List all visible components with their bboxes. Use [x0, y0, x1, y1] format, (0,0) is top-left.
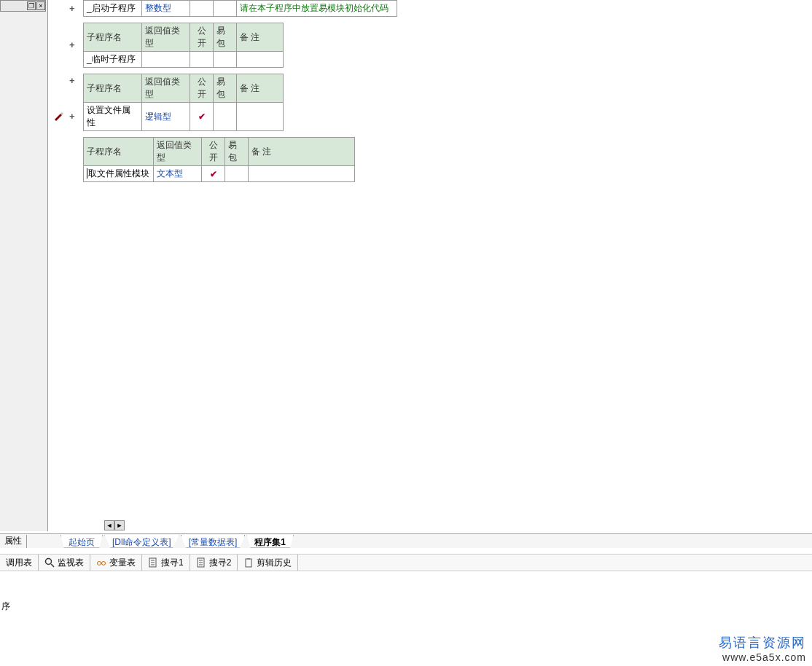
header-public: 公开: [190, 74, 214, 103]
expand-icon[interactable]: +: [69, 111, 75, 122]
header-package: 易包: [214, 23, 237, 52]
tool-label: 监视表: [58, 557, 84, 569]
watermark: 易语言资源网 www.e5a5x.com: [719, 634, 806, 663]
glasses-icon: [96, 557, 106, 568]
subprogram-table: _启动子程序 整数型 请在本子程序中放置易模块初始化代码: [83, 0, 397, 17]
header-public: 公开: [190, 23, 214, 52]
left-panel: ❐ ×: [0, 0, 48, 531]
expand-icon[interactable]: +: [69, 75, 75, 86]
table-row[interactable]: 取文件属性模块 文本型 ✔: [84, 166, 355, 182]
checkmark-icon: ✔: [193, 111, 210, 122]
table-header-row: 子程序名 返回值类型 公开 易包 备 注: [84, 138, 355, 166]
table-header-row: 子程序名 返回值类型 公开 易包 备 注: [84, 23, 284, 52]
horizontal-scrollbar[interactable]: ◄►: [104, 520, 133, 530]
tables-container: _启动子程序 整数型 请在本子程序中放置易模块初始化代码 子程序名 返回值类型 …: [83, 0, 397, 188]
watermark-url: www.e5a5x.com: [719, 651, 806, 663]
scroll-left-icon[interactable]: ◄: [104, 520, 114, 530]
code-editor: + + + + _启动子程序 整数型 请在本子程序中放置易模块初始化代码 子程序…: [51, 0, 812, 531]
document-icon: [148, 557, 158, 568]
cell-name[interactable]: _启动子程序: [84, 1, 142, 17]
svg-line-1: [51, 564, 54, 567]
close-button[interactable]: ×: [36, 1, 45, 10]
header-type: 返回值类型: [142, 23, 190, 52]
file-tab-start[interactable]: 起始页: [60, 535, 103, 548]
tool-tab-vars[interactable]: 变量表: [90, 555, 142, 571]
tool-tab-watch[interactable]: 监视表: [39, 555, 90, 571]
expand-icon[interactable]: +: [69, 3, 75, 14]
svg-point-2: [98, 562, 101, 565]
table-row[interactable]: _启动子程序 整数型 请在本子程序中放置易模块初始化代码: [84, 1, 397, 17]
header-note: 备 注: [237, 23, 284, 52]
svg-point-3: [102, 562, 106, 565]
header-note: 备 注: [249, 138, 355, 166]
subprogram-table: 子程序名 返回值类型 公开 易包 备 注 设置文件属性 逻辑型 ✔: [83, 74, 284, 131]
cell-note[interactable]: 请在本子程序中放置易模块初始化代码: [237, 1, 397, 17]
panel-titlebar: ❐ ×: [0, 0, 46, 12]
header-package: 易包: [214, 74, 237, 103]
tool-label: 调用表: [6, 557, 32, 569]
cell-note[interactable]: [237, 103, 284, 131]
tool-label: 搜寻1: [161, 557, 184, 569]
cell-name[interactable]: 设置文件属性: [84, 103, 142, 131]
cell-type[interactable]: 文本型: [154, 166, 202, 182]
header-name: 子程序名: [84, 138, 154, 166]
cell-name-editing[interactable]: 取文件属性模块: [84, 166, 154, 182]
magnify-icon: [44, 557, 55, 568]
header-type: 返回值类型: [154, 138, 202, 166]
tool-tab-calls[interactable]: 调用表: [0, 555, 39, 571]
header-name: 子程序名: [84, 23, 142, 52]
cell-type[interactable]: 逻辑型: [142, 103, 190, 131]
cell-note[interactable]: [237, 52, 284, 68]
document-icon: [196, 557, 206, 568]
table-row[interactable]: 设置文件属性 逻辑型 ✔: [84, 103, 284, 131]
subprogram-table: 子程序名 返回值类型 公开 易包 备 注 _临时子程序: [83, 23, 284, 68]
scroll-right-icon[interactable]: ►: [114, 520, 125, 530]
cell-type[interactable]: [142, 52, 190, 68]
cell-public[interactable]: ✔: [190, 103, 214, 131]
table-header-row: 子程序名 返回值类型 公开 易包 备 注: [84, 74, 284, 103]
tool-tab-clipboard[interactable]: 剪辑历史: [238, 555, 298, 571]
tool-tab-search2[interactable]: 搜寻2: [190, 555, 238, 571]
file-tab-program[interactable]: 程序集1: [246, 535, 294, 548]
checkmark-icon: ✔: [205, 169, 222, 179]
file-tab-const[interactable]: [常量数据表]: [181, 535, 246, 548]
tool-tab-search1[interactable]: 搜寻1: [142, 555, 190, 571]
tool-label: 剪辑历史: [257, 557, 292, 569]
cell-public[interactable]: ✔: [202, 166, 225, 182]
svg-rect-14: [247, 558, 250, 560]
document-tabs: 属性 起始页 [Dll命令定义表] [常量数据表] 程序集1: [0, 533, 812, 548]
tool-label: 变量表: [109, 557, 136, 569]
cell-type[interactable]: 整数型: [142, 1, 190, 17]
svg-rect-13: [246, 559, 251, 567]
header-type: 返回值类型: [142, 74, 190, 103]
properties-tab[interactable]: 属性: [0, 535, 27, 548]
status-bar: 序: [0, 600, 812, 614]
file-tab-dll[interactable]: [Dll命令定义表]: [104, 535, 179, 548]
expand-icon[interactable]: +: [69, 39, 75, 50]
header-note: 备 注: [237, 74, 284, 103]
clipboard-icon: [243, 557, 254, 568]
cell-package[interactable]: [214, 52, 237, 68]
gutter: + + + +: [51, 0, 80, 531]
cell-package[interactable]: [214, 103, 237, 131]
header-name: 子程序名: [84, 74, 142, 103]
tool-panel-tabs: 调用表 监视表 变量表 搜寻1 搜寻2 剪辑历史: [0, 554, 812, 571]
svg-point-0: [46, 559, 52, 565]
cell-public[interactable]: [190, 52, 214, 68]
cell-public[interactable]: [190, 1, 214, 17]
edit-marker-icon: [53, 111, 63, 121]
cell-note[interactable]: [249, 166, 355, 182]
cell-package[interactable]: [214, 1, 237, 17]
cell-package[interactable]: [225, 166, 249, 182]
header-package: 易包: [225, 138, 249, 166]
tool-label: 搜寻2: [209, 557, 232, 569]
cell-name[interactable]: _临时子程序: [84, 52, 142, 68]
watermark-title: 易语言资源网: [719, 634, 806, 651]
table-row[interactable]: _临时子程序: [84, 52, 284, 68]
restore-button[interactable]: ❐: [27, 1, 36, 10]
header-public: 公开: [202, 138, 225, 166]
subprogram-table: 子程序名 返回值类型 公开 易包 备 注 取文件属性模块 文本型 ✔: [83, 137, 355, 182]
